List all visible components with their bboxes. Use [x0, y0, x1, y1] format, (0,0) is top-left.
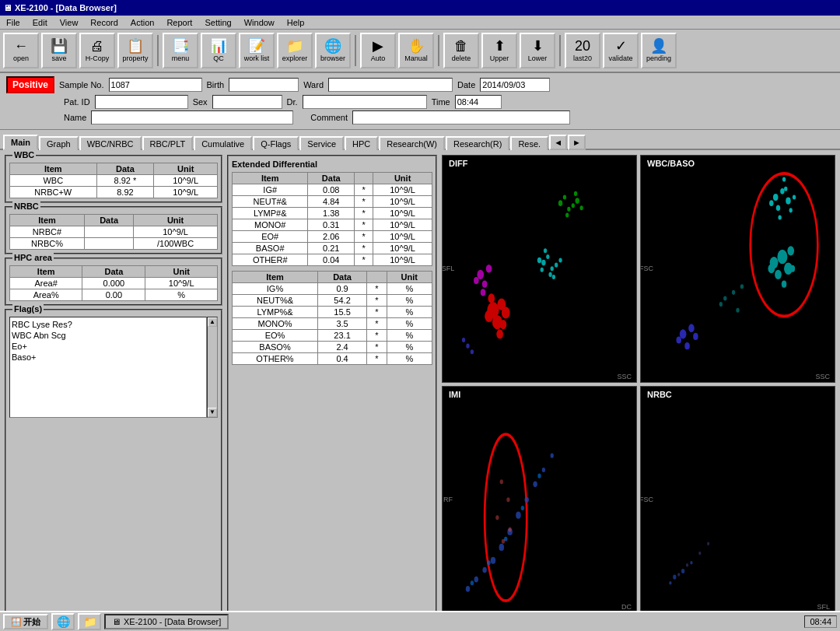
ext-col-item: Item — [233, 173, 308, 184]
upper-button[interactable]: ⬆ Upper — [481, 33, 517, 68]
qc-button[interactable]: 📊 QC — [201, 33, 236, 68]
manual-label: Manual — [404, 54, 428, 62]
svg-point-41 — [769, 200, 773, 206]
birth-input[interactable] — [229, 78, 299, 92]
nrbc-chart-y: FSC — [640, 496, 653, 503]
diff-chart-title: DIFF — [449, 159, 467, 168]
tab-cumulative[interactable]: Cumulative — [194, 136, 252, 150]
right-panel: DIFF SSC SFL — [442, 155, 835, 613]
flags-scrollbar[interactable]: ▲ ▼ — [207, 317, 218, 418]
start-button[interactable]: 🪟 开始 — [3, 614, 48, 629]
svg-point-9 — [551, 266, 554, 271]
tab-scroll-right[interactable]: ► — [568, 135, 586, 150]
svg-point-55 — [676, 336, 681, 343]
svg-point-8 — [541, 260, 545, 266]
manual-button[interactable]: ✋ Manual — [398, 33, 434, 68]
browser-button[interactable]: 🌐 browser — [315, 33, 351, 68]
worklist-button[interactable]: 📝 work list — [239, 33, 275, 68]
menu-button[interactable]: 📑 menu — [163, 33, 198, 68]
name-input[interactable] — [91, 110, 293, 124]
svg-point-57 — [684, 342, 689, 349]
last20-button[interactable]: 20 last20 — [565, 33, 600, 68]
time-input[interactable] — [455, 95, 502, 109]
hcopy-button[interactable]: 🖨 H-Copy — [79, 33, 115, 68]
comment-input[interactable] — [352, 110, 570, 124]
wbc-baso-chart-y: FSC — [640, 265, 653, 272]
hpc-item-0: Area# — [10, 278, 82, 289]
menu-window[interactable]: Window — [241, 18, 278, 27]
tab-wbc-nrbc[interactable]: WBC/NRBC — [79, 136, 142, 150]
diff-chart: DIFF SSC SFL — [442, 155, 637, 383]
svg-point-28 — [474, 277, 478, 284]
open-button[interactable]: ← open — [3, 33, 39, 68]
svg-point-6 — [579, 205, 583, 210]
svg-point-63 — [485, 434, 527, 601]
delete-button[interactable]: 🗑 delete — [443, 33, 479, 68]
tab-hpc[interactable]: HPC — [345, 136, 378, 150]
table-row: NRBC+W 8.92 10^9/L — [10, 187, 218, 198]
tab-qflags[interactable]: Q-Flags — [253, 136, 299, 150]
ward-input[interactable] — [328, 78, 453, 92]
pending-button[interactable]: 👤 pending — [641, 33, 677, 68]
sex-input[interactable] — [212, 95, 282, 109]
validate-button[interactable]: ✓ validate — [603, 33, 639, 68]
title-bar-icon: 🖥 — [3, 3, 12, 12]
menu-action[interactable]: Action — [128, 18, 158, 27]
menu-report[interactable]: Report — [163, 18, 195, 27]
date-input[interactable] — [480, 78, 550, 92]
list-item: WBC Abn Scg — [12, 330, 205, 341]
menu-view[interactable]: View — [57, 18, 82, 27]
svg-point-49 — [787, 246, 794, 255]
taskbar-folder-button[interactable]: 📁 — [78, 613, 101, 630]
property-label: property — [122, 54, 148, 62]
nrbc-chart-svg — [641, 387, 835, 613]
lower-button[interactable]: ⬇ Lower — [520, 33, 555, 68]
wbc-baso-svg — [641, 156, 835, 382]
svg-point-86 — [681, 568, 684, 573]
svg-point-74 — [551, 453, 554, 457]
flags-list[interactable]: RBC Lyse Res? WBC Abn Scg Eo+ Baso+ — [9, 317, 207, 418]
property-button[interactable]: 📋 property — [117, 33, 153, 68]
tab-research-r[interactable]: Research(R) — [446, 136, 509, 150]
sample-no-label: Sample No. — [59, 80, 103, 89]
sample-no-input[interactable] — [109, 78, 202, 92]
taskbar-app-item[interactable]: 🖥 XE-2100 - [Data Browser] — [104, 614, 229, 629]
svg-point-32 — [462, 338, 465, 342]
save-label: save — [51, 54, 66, 62]
tab-service[interactable]: Service — [299, 136, 344, 150]
tab-main[interactable]: Main — [3, 135, 38, 150]
svg-point-90 — [707, 542, 709, 545]
ext-col-unit: Unit — [373, 173, 432, 184]
menu-setting[interactable]: Setting — [201, 18, 234, 27]
tab-research-w[interactable]: Research(W) — [379, 136, 445, 150]
table-row: Area# 0.000 10^9/L — [10, 278, 218, 289]
auto-button[interactable]: ▶ Auto — [360, 33, 396, 68]
middle-panel: Extended Differential Item Data Unit IG#… — [227, 155, 437, 613]
tab-graph[interactable]: Graph — [39, 136, 79, 150]
explorer-button[interactable]: 📁 explorer — [277, 33, 313, 68]
svg-point-24 — [488, 293, 495, 303]
svg-point-48 — [775, 270, 782, 279]
svg-point-68 — [499, 543, 504, 550]
auto-icon: ▶ — [373, 39, 383, 53]
menu-file[interactable]: File — [3, 18, 23, 27]
tab-rbc-plt[interactable]: RBC/PLT — [142, 136, 194, 150]
taskbar-ie-button[interactable]: 🌐 — [51, 613, 75, 630]
svg-point-14 — [558, 258, 562, 262]
svg-point-36 — [780, 188, 784, 195]
save-button[interactable]: 💾 save — [41, 33, 77, 68]
open-icon: ← — [14, 39, 28, 53]
hpc-col-unit: Unit — [145, 266, 218, 278]
tab-rese[interactable]: Rese. — [510, 136, 548, 150]
tab-scroll-left[interactable]: ◄ — [549, 135, 567, 150]
imi-chart-svg — [443, 387, 636, 613]
dr-input[interactable] — [303, 95, 427, 109]
title-bar-text: XE-2100 - [Data Browser] — [15, 3, 117, 12]
menu-edit[interactable]: Edit — [30, 18, 51, 27]
menu-help[interactable]: Help — [284, 18, 308, 27]
svg-point-13 — [548, 272, 551, 277]
wbc-table: Item Data Unit WBC 8.92 * 10^9/L NRBC+W — [9, 163, 218, 198]
menu-record[interactable]: Record — [87, 18, 121, 27]
svg-point-88 — [690, 560, 692, 564]
patid-input[interactable] — [95, 95, 188, 109]
